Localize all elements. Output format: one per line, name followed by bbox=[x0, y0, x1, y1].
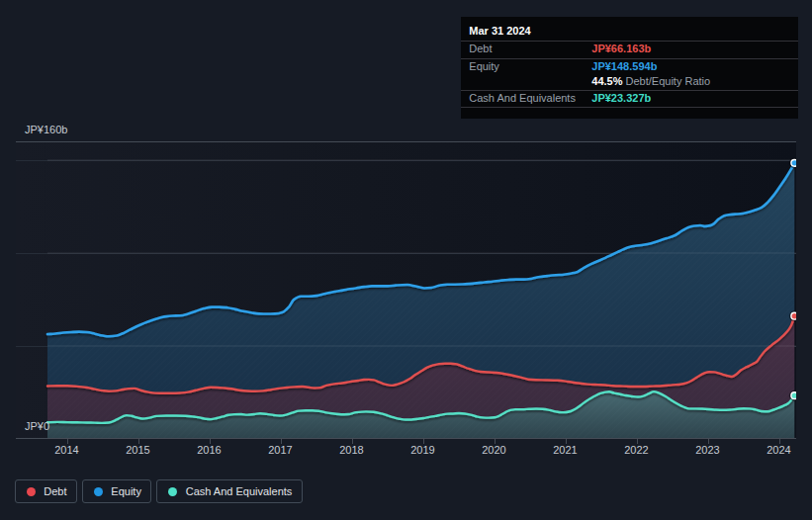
svg-text:JP¥0: JP¥0 bbox=[25, 420, 49, 432]
svg-text:2019: 2019 bbox=[410, 444, 434, 456]
svg-text:2020: 2020 bbox=[482, 444, 505, 456]
svg-text:2014: 2014 bbox=[54, 444, 78, 456]
svg-text:2024: 2024 bbox=[767, 444, 790, 456]
svg-text:2021: 2021 bbox=[553, 444, 577, 456]
svg-text:2018: 2018 bbox=[339, 444, 363, 456]
svg-text:JP¥160b: JP¥160b bbox=[25, 124, 67, 135]
svg-text:2022: 2022 bbox=[624, 444, 648, 456]
svg-text:2016: 2016 bbox=[197, 444, 221, 456]
svg-text:2023: 2023 bbox=[695, 444, 719, 456]
svg-text:2015: 2015 bbox=[126, 444, 149, 456]
svg-text:2017: 2017 bbox=[268, 444, 292, 456]
